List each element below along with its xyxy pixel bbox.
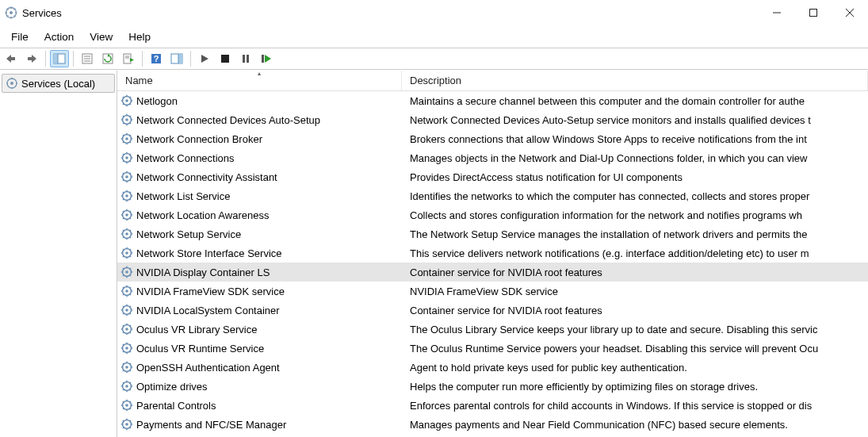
svg-point-89 — [125, 175, 128, 178]
services-app-icon — [5, 6, 17, 19]
window-title: Services — [22, 7, 62, 19]
service-gear-icon — [120, 113, 133, 126]
svg-marker-16 — [32, 55, 36, 63]
service-description: Collects and stores configuration inform… — [402, 209, 868, 221]
service-row[interactable]: Network Setup ServiceThe Network Setup S… — [117, 224, 868, 243]
service-row[interactable]: Network Connected Devices Auto-SetupNetw… — [117, 110, 868, 129]
service-description: Identifies the networks to which the com… — [402, 190, 868, 202]
stop-service-icon — [220, 54, 230, 63]
service-gear-icon — [120, 323, 133, 335]
svg-text:?: ? — [154, 54, 159, 63]
refresh-button[interactable] — [98, 50, 117, 67]
show-hide-tree-button[interactable] — [50, 50, 69, 67]
close-button[interactable] — [832, 0, 868, 25]
service-gear-icon — [120, 228, 133, 240]
show-hide-actions-button[interactable] — [167, 50, 186, 67]
svg-rect-17 — [28, 57, 32, 60]
nav-forward-button[interactable] — [22, 50, 41, 67]
properties-button[interactable] — [78, 50, 97, 67]
menu-view[interactable]: View — [82, 28, 120, 46]
nav-back-button[interactable] — [2, 50, 21, 67]
service-row[interactable]: Optimize drivesHelps the computer run mo… — [117, 377, 868, 396]
menu-help[interactable]: Help — [120, 28, 159, 46]
service-gear-icon — [120, 418, 133, 431]
service-name: Oculus VR Runtime Service — [136, 343, 264, 355]
service-row[interactable]: Network List ServiceIdentifies the netwo… — [117, 186, 868, 205]
svg-rect-38 — [243, 55, 245, 63]
svg-point-69 — [125, 137, 128, 140]
toolbar-separator — [142, 51, 143, 67]
service-description: Manages payments and Near Field Communic… — [402, 419, 868, 431]
pause-service-button[interactable] — [236, 50, 255, 67]
service-row[interactable]: Network ConnectionsManages objects in th… — [117, 148, 868, 167]
start-service-button[interactable] — [195, 50, 214, 67]
service-name: Oculus VR Library Service — [136, 324, 257, 335]
svg-point-169 — [125, 328, 128, 331]
service-name: Network Store Interface Service — [136, 247, 282, 259]
help-icon: ? — [151, 53, 162, 64]
svg-point-209 — [125, 404, 128, 407]
list-body[interactable]: NetlogonMaintains a secure channel betwe… — [117, 91, 868, 434]
service-name: Optimize drives — [136, 381, 208, 393]
service-row[interactable]: Payments and NFC/SE ManagerManages payme… — [117, 415, 868, 434]
svg-rect-15 — [11, 57, 15, 60]
svg-point-199 — [125, 385, 128, 388]
service-name: Network Connection Broker — [136, 133, 262, 145]
menu-action[interactable]: Action — [36, 28, 82, 46]
service-gear-icon — [120, 361, 133, 374]
service-gear-icon — [120, 399, 133, 412]
service-name: NVIDIA Display Container LS — [136, 266, 270, 278]
tree-node-services-local[interactable]: Services (Local) — [2, 74, 115, 93]
service-row[interactable]: Parental ControlsEnforces parental contr… — [117, 396, 868, 415]
service-name: Network Location Awareness — [136, 209, 269, 221]
service-description: Helps the computer run more efficiently … — [402, 381, 868, 393]
service-row[interactable]: NetlogonMaintains a secure channel betwe… — [117, 91, 868, 110]
svg-point-159 — [125, 309, 128, 312]
service-name: NVIDIA LocalSystem Container — [136, 305, 280, 316]
svg-point-139 — [125, 270, 128, 274]
maximize-button[interactable] — [795, 0, 832, 25]
close-icon — [846, 9, 854, 17]
restart-service-button[interactable] — [257, 50, 276, 67]
service-gear-icon — [120, 132, 133, 145]
service-gear-icon — [120, 285, 133, 297]
service-name: Network Connections — [136, 152, 235, 164]
menu-file[interactable]: File — [3, 28, 36, 46]
tree-pane[interactable]: Services (Local) — [0, 71, 117, 437]
column-header-description[interactable]: Description — [402, 71, 868, 90]
export-list-button[interactable] — [119, 50, 138, 67]
service-row[interactable]: Network Store Interface ServiceThis serv… — [117, 243, 868, 263]
service-description: Manages objects in the Network and Dial-… — [402, 152, 868, 164]
svg-point-1 — [10, 11, 13, 14]
column-header-name[interactable]: ▴ Name — [117, 71, 402, 90]
service-gear-icon — [120, 342, 133, 355]
service-row[interactable]: Oculus VR Library ServiceThe Oculus Libr… — [117, 320, 868, 339]
service-row[interactable]: NVIDIA FrameView SDK serviceNVIDIA Frame… — [117, 282, 868, 301]
content-area: Services (Local) ▴ Name Description Netl… — [0, 70, 868, 437]
service-name: Network Connectivity Assistant — [136, 171, 277, 183]
properties-icon — [82, 53, 93, 64]
service-row[interactable]: NVIDIA Display Container LSContainer ser… — [117, 263, 868, 282]
stop-service-button[interactable] — [216, 50, 235, 67]
service-description: Container service for NVIDIA root featur… — [402, 266, 868, 278]
toolbar-separator — [45, 51, 46, 67]
help-button[interactable]: ? — [147, 50, 166, 67]
service-row[interactable]: Oculus VR Runtime ServiceThe Oculus Runt… — [117, 339, 868, 358]
service-row[interactable]: Network Connectivity AssistantProvides D… — [117, 167, 868, 186]
service-description: This service delivers network notificati… — [402, 247, 868, 259]
svg-point-79 — [125, 156, 128, 159]
minimize-button[interactable] — [759, 0, 795, 25]
svg-rect-40 — [262, 55, 264, 63]
window-controls — [759, 0, 868, 25]
service-name: NVIDIA FrameView SDK service — [136, 286, 285, 297]
service-description: NVIDIA FrameView SDK service — [402, 286, 868, 297]
show-hide-actions-icon — [170, 53, 183, 64]
service-description: Maintains a secure channel between this … — [402, 95, 868, 107]
refresh-icon — [102, 53, 113, 64]
service-row[interactable]: OpenSSH Authentication AgentAgent to hol… — [117, 358, 868, 377]
service-row[interactable]: Network Location AwarenessCollects and s… — [117, 205, 868, 224]
service-row[interactable]: NVIDIA LocalSystem ContainerContainer se… — [117, 301, 868, 320]
service-row[interactable]: Network Connection BrokerBrokers connect… — [117, 129, 868, 148]
pause-service-icon — [241, 54, 250, 63]
svg-marker-36 — [201, 55, 208, 63]
